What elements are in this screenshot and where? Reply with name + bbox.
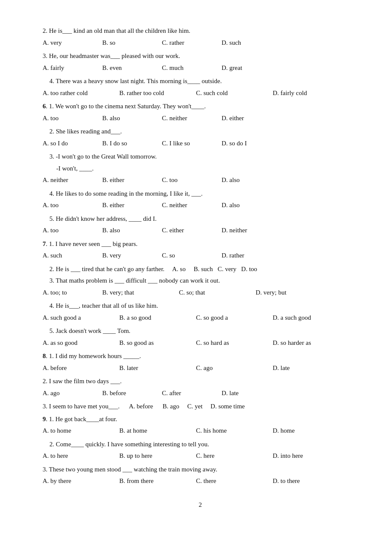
section-6-q1-text: 6. 1. We won't go to the cinema next Sat… xyxy=(43,101,358,112)
section-6-q2-text: 2. She likes reading and___. xyxy=(43,126,358,137)
section-8-q1-text: 8. 1. I did my homework hours _____. xyxy=(43,351,358,362)
option: C. so xyxy=(162,250,217,261)
section-6-q3-text2: -I won't, ____. xyxy=(43,163,358,174)
option: D. also xyxy=(222,200,277,211)
question-3-text: 3. He, our headmaster was___ pleased wit… xyxy=(43,51,358,62)
option: D. late xyxy=(273,363,345,374)
section-8-q2-options: A. ago B. before C. after D. late xyxy=(43,388,358,399)
option: C. so; that xyxy=(179,287,251,298)
option: C. after xyxy=(162,388,217,399)
section-9-q3-text: 3. These two young men stood ___ watchin… xyxy=(43,464,358,475)
option: A. too xyxy=(43,200,98,211)
option: C. neither xyxy=(162,113,217,124)
section-9-q1-options: A. to home B. at home C. his home D. hom… xyxy=(43,425,358,436)
section-6-q2-options: A. so I do B. I do so C. I like so D. so… xyxy=(43,138,358,149)
option: D. fairly cold xyxy=(273,88,345,99)
section-6-q4-text: 4. He likes to do some reading in the mo… xyxy=(43,188,358,199)
question-2: 2. He is___ kind an old man that all the… xyxy=(43,26,358,48)
option: A. to here xyxy=(43,451,115,462)
option: B. I do so xyxy=(102,138,158,149)
section-7-q1-options: A. such B. very C. so D. rather xyxy=(43,250,358,261)
section-6-q5-text: 5. He didn't know her address, ____ did … xyxy=(43,214,358,225)
question-3: 3. He, our headmaster was___ pleased wit… xyxy=(43,51,358,73)
option: A. too rather cold xyxy=(43,88,115,99)
section-7-q5-options: A. as so good B. so good as C. so hard a… xyxy=(43,338,358,349)
section-7-q4-text: 4. He is___, teacher that all of us like… xyxy=(43,301,358,312)
option: B. also xyxy=(102,113,158,124)
question-4-options: A. too rather cold B. rather too cold C.… xyxy=(43,88,358,99)
question-2-options: A. very B. so C. rather D. such xyxy=(43,38,358,49)
option: B. very xyxy=(102,250,158,261)
section-7: 7. 1. I have never seen ___ big pears. A… xyxy=(43,239,358,349)
section-9: 9. 1. He got back____at four. A. to home… xyxy=(43,414,358,487)
option: C. there xyxy=(196,476,268,487)
section-6-q1-options: A. too B. also C. neither D. either xyxy=(43,113,358,124)
option: C. his home xyxy=(196,425,268,436)
page-number: 2 xyxy=(43,500,358,511)
option: B. from there xyxy=(119,476,192,487)
option: B. later xyxy=(119,363,192,374)
option: C. ago xyxy=(196,363,268,374)
section-6-q3-options: A. neither B. either C. too D. also xyxy=(43,175,358,186)
section-7-q3-options: A. too; to B. very; that C. so; that D. … xyxy=(43,287,358,298)
option: D. such xyxy=(222,38,277,49)
option: C. rather xyxy=(162,38,217,49)
option: A. before xyxy=(43,363,115,374)
question-3-options: A. fairly B. even C. much D. great xyxy=(43,63,358,74)
option: A. as so good xyxy=(43,338,115,349)
question-4-text: 4. There was a heavy snow last night. Th… xyxy=(43,76,358,87)
option: A. neither xyxy=(43,175,98,186)
option: A. very xyxy=(43,38,98,49)
option: B. also xyxy=(102,225,158,236)
option: D. so do I xyxy=(222,138,277,149)
option: B. at home xyxy=(119,425,192,436)
option: B. so good as xyxy=(119,338,192,349)
option: B. so xyxy=(102,38,158,49)
option: B. rather too cold xyxy=(119,88,192,99)
option: B. very; that xyxy=(102,287,175,298)
option: C. too xyxy=(162,175,217,186)
question-2-text: 2. He is___ kind an old man that all the… xyxy=(43,26,358,37)
section-6: 6. 1. We won't go to the cinema next Sat… xyxy=(43,101,358,236)
option: D. home xyxy=(273,425,345,436)
section-8-q3-text: 3. I seem to have met you___. A. before … xyxy=(43,401,358,412)
option: B. even xyxy=(102,63,158,74)
section-9-q3-options: A. by there B. from there C. there D. to… xyxy=(43,476,358,487)
option: D. great xyxy=(222,63,277,74)
option: B. up to here xyxy=(119,451,192,462)
option: B. before xyxy=(102,388,158,399)
section-6-q3-text1: 3. -I won't go to the Great Wall tomorro… xyxy=(43,151,358,162)
option: C. so good a xyxy=(196,312,268,324)
option: A. such good a xyxy=(43,312,115,324)
option: C. so hard as xyxy=(196,338,268,349)
section-7-q4-options: A. such good a B. a so good C. so good a… xyxy=(43,312,358,324)
option: A. too xyxy=(43,113,98,124)
option: A. ago xyxy=(43,388,98,399)
option: D. so harder as xyxy=(273,338,345,349)
section-6-q5-options: A. too B. also C. either D. neither xyxy=(43,225,358,236)
option: C. neither xyxy=(162,200,217,211)
option: D. a such good xyxy=(273,312,345,324)
question-4: 4. There was a heavy snow last night. Th… xyxy=(43,76,358,98)
option: A. too xyxy=(43,225,98,236)
section-6-q4-options: A. too B. either C. neither D. also xyxy=(43,200,358,211)
option: A. to home xyxy=(43,425,115,436)
section-7-q5-text: 5. Jack doesn't work ____ Tom. xyxy=(43,326,358,337)
section-8: 8. 1. I did my homework hours _____. A. … xyxy=(43,351,358,412)
option: C. either xyxy=(162,225,217,236)
option: D. to there xyxy=(273,476,345,487)
option: C. here xyxy=(196,451,268,462)
option: A. by there xyxy=(43,476,115,487)
section-9-q1-text: 9. 1. He got back____at four. xyxy=(43,414,358,425)
option: D. neither xyxy=(222,225,277,236)
section-9-q2-text: 2. Come____ quickly. I have something in… xyxy=(43,439,358,450)
option: A. fairly xyxy=(43,63,98,74)
page-content: 2. He is___ kind an old man that all the… xyxy=(43,26,358,487)
section-7-q1-text: 7. 1. I have never seen ___ big pears. xyxy=(43,239,358,250)
section-7-q3-text: 3. That maths problem is ___ difficult _… xyxy=(43,275,358,286)
option: A. such xyxy=(43,250,98,261)
option: D. very; but xyxy=(256,287,328,298)
option: B. either xyxy=(102,200,158,211)
option: D. either xyxy=(222,113,277,124)
section-7-q2-text: 2. He is ___ tired that he can't go any … xyxy=(43,264,358,275)
